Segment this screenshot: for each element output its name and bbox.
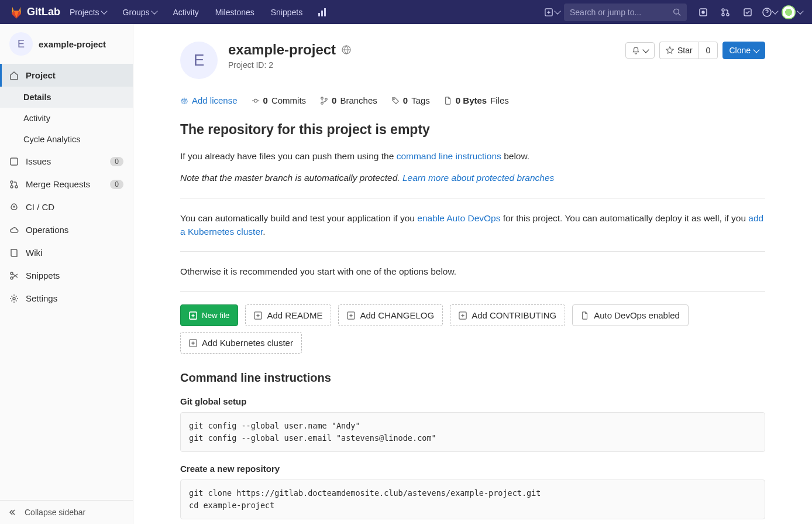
nav-plus-button[interactable] xyxy=(542,0,563,24)
project-stats: Add license 0Commits 0Branches 0Tags 0 B… xyxy=(180,95,765,105)
nav-projects[interactable]: Projects xyxy=(63,0,113,24)
tags-stat[interactable]: 0Tags xyxy=(391,95,430,105)
svg-rect-1 xyxy=(321,11,323,16)
svg-point-16 xyxy=(13,206,15,207)
gitlab-logo[interactable]: GitLab xyxy=(9,5,60,19)
add-license-link[interactable]: Add license xyxy=(180,95,238,105)
commits-stat[interactable]: 0Commits xyxy=(252,95,307,105)
nav-milestones[interactable]: Milestones xyxy=(208,0,262,24)
protected-branches-link[interactable]: Learn more about protected branches xyxy=(402,173,554,183)
sidebar-item-operations[interactable]: Operations xyxy=(0,218,133,241)
svg-point-22 xyxy=(321,97,324,99)
mr-count-badge: 0 xyxy=(110,180,123,189)
svg-point-24 xyxy=(325,98,328,100)
sidebar-item-settings[interactable]: Settings xyxy=(0,287,133,310)
star-icon xyxy=(666,46,674,54)
gitlab-icon xyxy=(9,5,23,19)
sidebar-item-project[interactable]: Project xyxy=(0,64,133,87)
project-id: Project ID: 2 xyxy=(228,60,351,70)
nav-activity[interactable]: Activity xyxy=(166,0,206,24)
files-stat[interactable]: 0 BytesFiles xyxy=(444,95,509,105)
divider xyxy=(180,251,765,252)
todo-icon xyxy=(743,8,752,17)
nav-groups[interactable]: Groups xyxy=(116,0,164,24)
sidebar-sub-cycle[interactable]: Cycle Analytics xyxy=(0,129,133,150)
sidebar-sub-activity[interactable]: Activity xyxy=(0,108,133,129)
project-avatar: E xyxy=(9,32,33,56)
nav-analytics-icon[interactable] xyxy=(312,0,333,24)
add-changelog-button[interactable]: Add CHANGELOG xyxy=(338,304,443,326)
clone-button[interactable]: Clone xyxy=(722,42,765,59)
chevron-down-icon xyxy=(101,8,107,14)
book-icon xyxy=(9,248,19,258)
file-icon xyxy=(444,97,452,105)
search-input[interactable] xyxy=(570,8,673,17)
plus-square-icon xyxy=(189,311,197,320)
commit-icon xyxy=(252,97,260,105)
svg-point-4 xyxy=(674,9,679,14)
cli-instructions-link[interactable]: command line instructions xyxy=(397,151,501,161)
svg-point-6 xyxy=(702,11,704,13)
merge-request-icon xyxy=(9,180,19,189)
add-readme-button[interactable]: Add README xyxy=(245,304,331,326)
issues-count-badge: 0 xyxy=(110,157,123,166)
chevron-down-icon xyxy=(554,8,560,14)
collapse-sidebar-button[interactable]: Collapse sidebar xyxy=(0,500,133,524)
main-content: E example-project Project ID: 2 xyxy=(133,24,812,524)
sidebar-sub-details[interactable]: Details xyxy=(0,87,133,108)
project-title: example-project xyxy=(228,42,351,58)
git-global-heading: Git global setup xyxy=(180,396,765,406)
collapse-icon xyxy=(9,508,19,517)
sidebar-item-issues[interactable]: Issues 0 xyxy=(0,150,133,173)
merge-request-icon xyxy=(721,8,730,17)
sidebar: E example-project Project Details Activi… xyxy=(0,24,133,524)
nav-user-menu[interactable] xyxy=(782,0,803,24)
svg-point-7 xyxy=(722,9,724,11)
sidebar-project-header[interactable]: E example-project xyxy=(0,24,133,64)
issues-icon xyxy=(699,8,708,17)
svg-point-8 xyxy=(722,13,724,16)
nav-snippets[interactable]: Snippets xyxy=(264,0,309,24)
svg-point-25 xyxy=(393,98,394,100)
svg-point-21 xyxy=(254,99,257,102)
plus-square-icon xyxy=(545,8,553,16)
svg-point-19 xyxy=(13,297,15,300)
tag-icon xyxy=(391,97,400,105)
enable-devops-link[interactable]: enable Auto DevOps xyxy=(417,213,500,223)
nav-todos-icon[interactable] xyxy=(737,0,758,24)
svg-rect-12 xyxy=(11,158,18,165)
chart-icon xyxy=(318,8,327,17)
new-file-button[interactable]: New file xyxy=(180,304,238,326)
svg-point-17 xyxy=(11,272,13,275)
chevron-down-icon xyxy=(797,8,803,14)
chevron-down-icon xyxy=(151,8,157,14)
help-icon xyxy=(762,8,772,17)
plus-square-icon xyxy=(347,311,355,320)
star-count[interactable]: 0 xyxy=(699,42,718,59)
svg-point-15 xyxy=(15,186,18,188)
plus-square-icon xyxy=(189,339,197,347)
chevron-down-icon xyxy=(772,8,778,14)
nav-help-icon[interactable] xyxy=(759,0,780,24)
svg-point-23 xyxy=(321,102,324,104)
nav-mr-icon[interactable] xyxy=(715,0,736,24)
empty-repo-heading: The repository for this project is empty xyxy=(180,122,765,138)
home-icon xyxy=(9,71,19,80)
sidebar-item-cicd[interactable]: CI / CD xyxy=(0,196,133,218)
notification-button[interactable] xyxy=(625,42,655,59)
chevron-down-icon xyxy=(642,46,649,53)
sidebar-item-wiki[interactable]: Wiki xyxy=(0,241,133,264)
nav-issues-icon[interactable] xyxy=(693,0,714,24)
add-k8s-button[interactable]: Add Kubernetes cluster xyxy=(180,332,302,354)
divider xyxy=(180,198,765,198)
sidebar-item-merge-requests[interactable]: Merge Requests 0 xyxy=(0,173,133,196)
branches-stat[interactable]: 0Branches xyxy=(320,95,377,105)
auto-devops-button[interactable]: Auto DevOps enabled xyxy=(572,304,689,326)
add-contributing-button[interactable]: Add CONTRIBUTING xyxy=(450,304,565,326)
sidebar-item-snippets[interactable]: Snippets xyxy=(0,264,133,287)
svg-point-9 xyxy=(727,13,729,16)
search-box[interactable] xyxy=(564,4,687,21)
star-button[interactable]: Star xyxy=(659,42,699,59)
user-avatar xyxy=(782,5,796,19)
svg-rect-2 xyxy=(324,8,326,16)
